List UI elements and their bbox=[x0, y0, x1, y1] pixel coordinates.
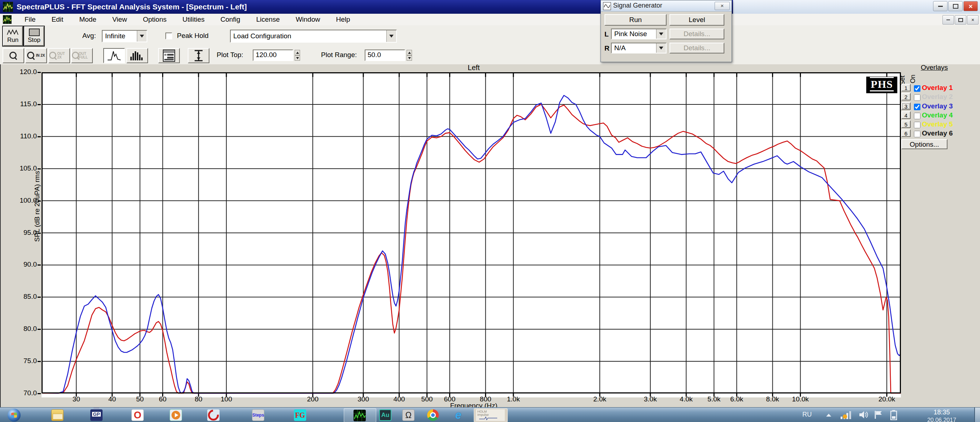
plot-top-spinner[interactable] bbox=[295, 50, 300, 61]
taskbar-holm-active[interactable]: HOLM Impulse bbox=[474, 408, 508, 422]
plot-range-input[interactable]: 50.0 bbox=[365, 49, 405, 61]
overlay-3-checkbox[interactable] bbox=[914, 104, 920, 110]
right-signal-combo[interactable]: N/A bbox=[611, 43, 667, 54]
zoom-out-full-label: OUT FULL bbox=[79, 52, 92, 59]
taskbar-gp-button[interactable]: GP bbox=[89, 409, 103, 422]
left-signal-arrow[interactable] bbox=[656, 29, 666, 39]
spin-up-icon[interactable] bbox=[407, 50, 412, 55]
battery-icon[interactable] bbox=[890, 410, 897, 420]
overlay-3-set-button[interactable]: 3 bbox=[901, 102, 911, 110]
start-button[interactable] bbox=[7, 409, 21, 422]
tray-expand-icon[interactable] bbox=[826, 414, 831, 417]
taskbar-explorer-button[interactable] bbox=[51, 409, 64, 422]
marker-button[interactable] bbox=[188, 48, 210, 63]
show-desktop-button[interactable] bbox=[974, 408, 980, 422]
peak-hold-checkbox[interactable] bbox=[165, 32, 172, 39]
overlay-1-set-button[interactable]: 1 bbox=[901, 84, 911, 91]
overlay-1-checkbox[interactable] bbox=[914, 85, 920, 92]
volume-icon[interactable] bbox=[859, 410, 869, 419]
network-signal-icon[interactable] bbox=[840, 410, 852, 419]
magnifier-out-icon bbox=[49, 52, 56, 60]
spin-down-icon[interactable] bbox=[407, 55, 412, 61]
load-configuration-combo[interactable]: Load Configuration bbox=[230, 30, 397, 43]
spectrum-plot[interactable] bbox=[41, 72, 901, 397]
load-configuration-arrow[interactable] bbox=[387, 30, 396, 42]
minimize-button[interactable] bbox=[933, 1, 948, 11]
plot-title: Left bbox=[438, 64, 510, 72]
y-tick-label: 105.0 bbox=[3, 164, 37, 172]
zoom-button[interactable] bbox=[3, 48, 24, 63]
language-indicator[interactable]: RU bbox=[802, 411, 812, 419]
mdi-close-button[interactable]: × bbox=[967, 15, 978, 25]
y-tick-mark bbox=[38, 264, 41, 266]
menu-edit[interactable]: Edit bbox=[44, 14, 72, 25]
zoom-in-2x-button[interactable]: IN 2X bbox=[25, 48, 47, 63]
signal-generator-dialog: Signal Generator × Run Level L Pink Nois… bbox=[600, 0, 732, 62]
overlay-2-checkbox[interactable] bbox=[914, 94, 920, 101]
overlays-options-button[interactable]: Options... bbox=[901, 139, 948, 149]
menu-mode[interactable]: Mode bbox=[71, 14, 104, 25]
x-tick-label: 60 bbox=[148, 395, 177, 403]
menu-file[interactable]: File bbox=[17, 14, 44, 25]
signal-generator-titlebar[interactable]: Signal Generator × bbox=[601, 0, 732, 11]
taskbar-chrome-button[interactable] bbox=[426, 409, 440, 422]
menu-config[interactable]: Config bbox=[212, 14, 248, 25]
menu-view[interactable]: View bbox=[104, 14, 135, 25]
taskbar-spectraplus-active[interactable] bbox=[344, 408, 376, 422]
line-spectrum-icon bbox=[107, 50, 121, 61]
taskbar-fg-button[interactable]: FG bbox=[293, 409, 307, 422]
overlay-6-set-button[interactable]: 6 bbox=[901, 129, 911, 137]
left-signal-combo[interactable]: Pink Noise bbox=[611, 29, 667, 39]
avg-combo-arrow[interactable] bbox=[137, 31, 146, 41]
spin-down-icon[interactable] bbox=[295, 55, 300, 61]
generator-level-button[interactable]: Level bbox=[670, 14, 724, 25]
right-signal-arrow[interactable] bbox=[656, 43, 666, 53]
taskbar-media-player-button[interactable] bbox=[169, 409, 183, 422]
taskbar-refresh-app-button[interactable] bbox=[207, 409, 220, 422]
chevron-down-icon bbox=[659, 46, 663, 49]
stop-button[interactable]: Stop bbox=[24, 26, 44, 46]
menu-window[interactable]: Window bbox=[288, 14, 328, 25]
taskbar-steps-button[interactable]: Steps bbox=[251, 409, 265, 422]
y-tick-label: 120.0 bbox=[3, 68, 37, 76]
overlay-5-set-button[interactable]: 5 bbox=[901, 120, 911, 128]
plot-range-spinner[interactable] bbox=[407, 50, 412, 61]
overlay-4-checkbox[interactable] bbox=[914, 113, 920, 119]
line-spectrum-button[interactable] bbox=[103, 48, 125, 63]
close-button[interactable]: × bbox=[963, 1, 978, 11]
generator-run-button[interactable]: Run bbox=[605, 14, 667, 25]
bar-spectrum-button[interactable] bbox=[126, 48, 148, 63]
display-settings-button[interactable] bbox=[158, 48, 180, 63]
taskbar-audition-button[interactable]: Au bbox=[379, 409, 392, 422]
plot-top-input[interactable]: 120.00 bbox=[253, 49, 293, 61]
run-button[interactable]: Run bbox=[3, 26, 23, 46]
taskbar-opera-button[interactable]: O bbox=[131, 409, 145, 422]
restore-button[interactable] bbox=[948, 1, 963, 11]
taskbar-clock[interactable]: 18:35 20.06.2017 bbox=[920, 409, 963, 422]
menu-options[interactable]: Options bbox=[135, 14, 174, 25]
mdi-minimize-button[interactable] bbox=[942, 15, 954, 25]
holm-impulse-icon: HOLM Impulse bbox=[476, 409, 505, 421]
y-tick-label: 70.0 bbox=[3, 389, 37, 397]
y-tick-label: 100.0 bbox=[3, 197, 37, 204]
overlay-6-checkbox[interactable] bbox=[914, 131, 920, 137]
menu-license[interactable]: License bbox=[248, 14, 288, 25]
avg-combo[interactable]: Infinite bbox=[102, 30, 147, 42]
taskbar-ie-button[interactable]: e bbox=[451, 409, 465, 422]
mdi-restore-button[interactable] bbox=[955, 15, 966, 25]
overlay-4-set-button[interactable]: 4 bbox=[901, 111, 911, 119]
spin-up-icon[interactable] bbox=[295, 50, 300, 55]
signal-generator-close-button[interactable]: × bbox=[714, 2, 730, 10]
waveform-icon bbox=[7, 29, 19, 36]
overlay-2-set-button[interactable]: 2 bbox=[901, 93, 911, 100]
x-tick-label: 20.0k bbox=[872, 395, 901, 403]
menu-help[interactable]: Help bbox=[328, 14, 358, 25]
menu-utilities[interactable]: Utilities bbox=[174, 14, 212, 25]
close-icon: × bbox=[721, 3, 724, 9]
taskbar-omega-button[interactable]: Ω bbox=[401, 409, 415, 422]
y-tick-mark bbox=[38, 393, 41, 394]
action-center-flag-icon[interactable] bbox=[874, 410, 883, 419]
overlay-5-checkbox[interactable] bbox=[914, 122, 920, 128]
y-tick-label: 115.0 bbox=[3, 100, 37, 108]
chevron-down-icon bbox=[389, 35, 394, 38]
